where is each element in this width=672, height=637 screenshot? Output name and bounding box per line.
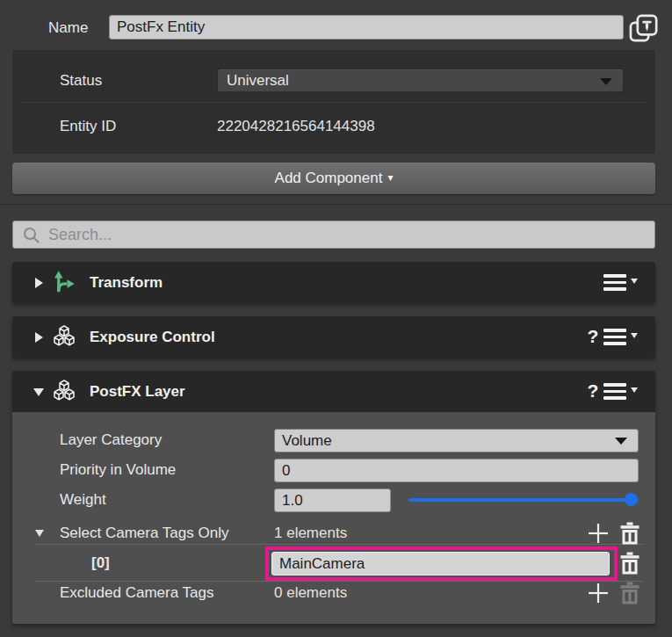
weight-label: Weight [60,491,106,509]
name-label: Name [48,19,88,37]
hamburger-icon [603,274,626,278]
postfx-layer-body: Layer Category Volume Priority in Volume… [12,412,655,624]
pin-inspector-button[interactable] [627,12,659,44]
section-header-transform[interactable]: Transform [12,262,655,303]
clear-elements-button-disabled [618,581,641,605]
weight-slider-handle[interactable] [625,493,638,506]
entity-inspector-panel: Name Status Universal Entity ID 22204282… [0,0,672,637]
entity-info-panel: Status Universal Entity ID 2220428216564… [12,50,655,154]
clear-elements-button[interactable] [618,521,641,546]
add-component-button[interactable]: Add Component▾ [12,163,655,194]
select-camera-tags-label: Select Camera Tags Only [60,525,228,542]
section-title: PostFX Layer [90,382,185,401]
help-icon[interactable]: ? [582,380,604,402]
section-header-postfx-layer[interactable]: PostFX Layer ? [12,371,655,412]
context-menu-button[interactable] [603,383,640,401]
chevron-down-icon [600,78,612,85]
chevron-down-icon [631,333,638,338]
chevron-down-icon [631,279,638,284]
search-box [12,221,655,249]
pin-icon [627,12,659,44]
remove-element-button[interactable] [618,551,641,575]
section-title: Transform [90,273,163,292]
element-0-label: [0] [91,554,110,572]
highlight-outline [265,547,618,581]
transform-icon [51,269,77,295]
status-label: Status [60,72,102,90]
search-input[interactable] [47,223,644,246]
priority-in-volume-label: Priority in Volume [60,461,176,479]
plus-icon [588,583,609,604]
add-component-label: Add Component [275,170,383,186]
hamburger-icon [603,383,626,387]
hamburger-icon [603,329,626,332]
chevron-down-icon: ▾ [387,171,393,184]
section-divider [0,204,672,205]
chevron-right-icon[interactable] [35,332,43,343]
add-element-button[interactable] [588,583,609,604]
chevron-down-icon[interactable] [33,388,44,396]
excluded-camera-tags-label: Excluded Camera Tags [60,584,213,602]
row-divider [35,581,643,582]
excluded-camera-tags-count: 0 elements [274,584,347,602]
component-cubes-icon [51,323,77,350]
trash-icon [618,551,641,575]
chevron-down-icon [631,387,638,393]
section-header-exposure-control[interactable]: Exposure Control ? [12,316,655,358]
chevron-down-icon[interactable] [35,530,44,537]
entity-name-input[interactable] [109,15,624,40]
row-divider [19,102,648,103]
trash-icon [618,521,641,546]
select-camera-tags-count: 1 elements [274,525,347,542]
layer-category-value: Volume [282,432,332,449]
search-icon [22,226,41,245]
camera-tag-input[interactable] [271,552,610,575]
chevron-down-icon [615,438,627,445]
chevron-right-icon[interactable] [35,278,43,288]
weight-input[interactable] [274,489,391,512]
layer-category-label: Layer Category [60,431,162,449]
component-cubes-icon [51,378,77,404]
help-icon[interactable]: ? [582,326,604,347]
row-divider [35,544,643,545]
context-menu-button[interactable] [603,274,640,292]
add-element-button[interactable] [588,523,609,544]
trash-icon [618,581,641,605]
plus-icon [588,523,609,544]
section-title: Exposure Control [90,328,215,346]
status-dropdown-value: Universal [227,72,289,89]
status-dropdown[interactable]: Universal [217,69,624,92]
layer-category-dropdown[interactable]: Volume [274,429,639,452]
weight-slider-track[interactable] [408,498,639,502]
entity-id-label: Entity ID [60,118,116,135]
context-menu-button[interactable] [603,329,640,346]
entity-id-value: 2220428216564144398 [217,118,375,135]
priority-in-volume-input[interactable] [274,459,639,482]
